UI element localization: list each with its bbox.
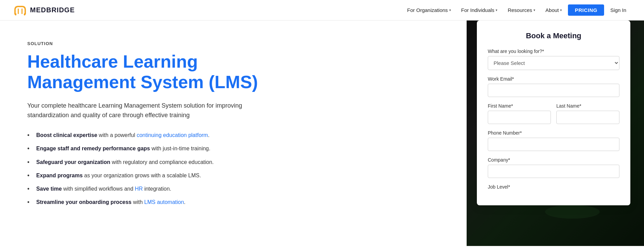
signin-link[interactable]: Sign In — [606, 5, 630, 15]
svg-rect-2 — [24, 13, 25, 15]
chevron-down-icon: ▾ — [560, 8, 562, 12]
svg-point-5 — [545, 205, 600, 219]
looking-for-select[interactable]: Please Select For Organizations For Indi… — [488, 56, 619, 70]
work-email-group: Work Email* — [488, 76, 619, 97]
list-item: Expand programs as your organization gro… — [27, 171, 280, 180]
work-email-label: Work Email* — [488, 76, 619, 82]
name-row: First Name* Last Name* — [488, 103, 619, 130]
chevron-down-icon: ▾ — [496, 8, 497, 12]
phone-number-input[interactable] — [488, 138, 619, 151]
form-title: Book a Meeting — [488, 31, 619, 40]
nav-resources[interactable]: Resources ▾ — [503, 5, 539, 15]
first-name-input[interactable] — [488, 111, 551, 124]
solution-label: SOLUTION — [27, 41, 280, 46]
work-email-input[interactable] — [488, 84, 619, 97]
list-item: Save time with simplified workflows and … — [27, 185, 280, 193]
phone-number-group: Phone Number* — [488, 130, 619, 151]
chevron-down-icon: ▾ — [449, 8, 451, 12]
hero-description: Your complete healthcare Learning Manage… — [27, 101, 246, 121]
phone-number-label: Phone Number* — [488, 130, 619, 136]
logo-icon — [14, 4, 27, 17]
logo-text: MEDBRIDGE — [30, 6, 75, 14]
last-name-group: Last Name* — [556, 103, 619, 124]
job-level-group: Job Level* — [488, 184, 619, 190]
svg-rect-4 — [21, 9, 23, 14]
first-name-group: First Name* — [488, 103, 551, 124]
svg-rect-3 — [18, 9, 19, 14]
job-level-label: Job Level* — [488, 184, 619, 190]
book-meeting-form: Book a Meeting What are you looking for?… — [477, 20, 630, 205]
company-label: Company* — [488, 157, 619, 163]
hero-content: SOLUTION Healthcare Learning Management … — [0, 20, 297, 246]
list-item: Engage staff and remedy performance gaps… — [27, 145, 280, 153]
hero-title: Healthcare Learning Management System (L… — [27, 52, 280, 93]
looking-for-label: What are you looking for?* — [488, 49, 619, 54]
list-item: Boost clinical expertise with a powerful… — [27, 131, 280, 140]
logo-link[interactable]: MEDBRIDGE — [14, 4, 75, 17]
nav-about[interactable]: About ▾ — [541, 5, 566, 15]
last-name-input[interactable] — [556, 111, 619, 124]
chevron-down-icon: ▾ — [533, 8, 535, 12]
nav-for-organizations[interactable]: For Organizations ▾ — [403, 5, 455, 15]
first-name-label: First Name* — [488, 103, 551, 109]
list-item: Safeguard your organization with regulat… — [27, 158, 280, 167]
main-wrapper: SOLUTION Healthcare Learning Management … — [0, 20, 644, 246]
svg-rect-1 — [15, 13, 16, 15]
navbar: MEDBRIDGE For Organizations ▾ For Indivi… — [0, 0, 644, 20]
list-item: Streamline your onboarding process with … — [27, 198, 280, 207]
company-input[interactable] — [488, 165, 619, 178]
nav-links: For Organizations ▾ For Individuals ▾ Re… — [403, 4, 630, 16]
company-group: Company* — [488, 157, 619, 178]
feature-list: Boost clinical expertise with a powerful… — [27, 131, 280, 207]
last-name-label: Last Name* — [556, 103, 619, 109]
nav-for-individuals[interactable]: For Individuals ▾ — [457, 5, 502, 15]
looking-for-group: What are you looking for?* Please Select… — [488, 49, 619, 70]
pricing-button[interactable]: PRICING — [568, 4, 604, 16]
